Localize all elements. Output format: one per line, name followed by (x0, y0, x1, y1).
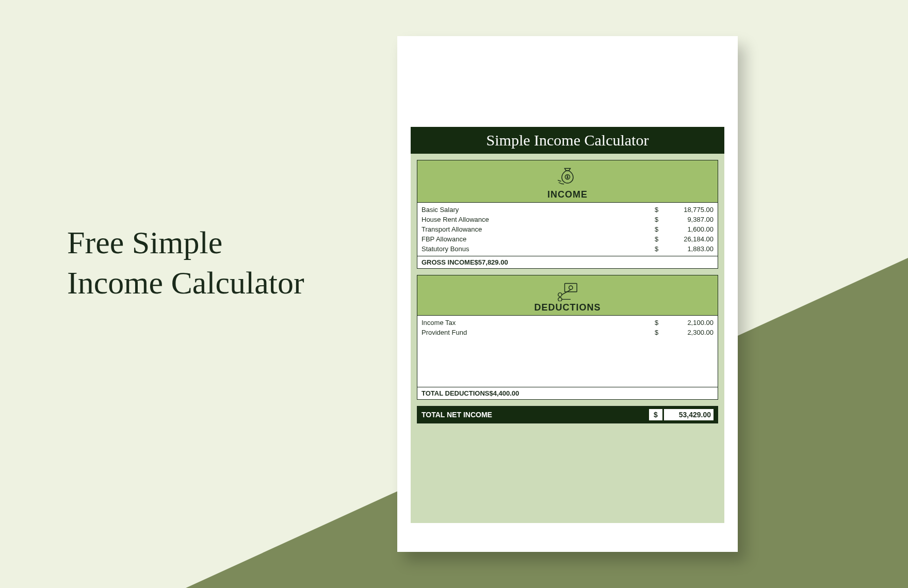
table-row: Transport Allowance$1,600.00 (417, 224, 718, 234)
row-value: 18,775.00 (666, 206, 714, 214)
row-label: Provident Fund (421, 329, 655, 336)
income-box: Basic Salary$18,775.00 House Rent Allowa… (417, 203, 718, 269)
sheet-title: Simple Income Calculator (411, 127, 724, 154)
table-row: Statutory Bonus$1,883.00 (417, 244, 718, 254)
deductions-section: DEDUCTIONS Income Tax$2,100.00 Provident… (417, 275, 718, 400)
total-value: 4,400.00 (493, 389, 520, 397)
row-value: 26,184.00 (666, 235, 714, 243)
title-line-1: Free Simple (67, 225, 222, 260)
svg-point-3 (558, 293, 562, 297)
row-currency: $ (655, 235, 666, 243)
row-currency: $ (655, 245, 666, 253)
deductions-header: DEDUCTIONS (417, 275, 718, 316)
deductions-rows: Income Tax$2,100.00 Provident Fund$2,300… (417, 316, 718, 387)
net-label: TOTAL NET INCOME (421, 411, 649, 419)
net-value: 53,429.00 (664, 409, 714, 420)
row-value: 1,883.00 (666, 245, 714, 253)
deductions-total: TOTAL DEDUCTIONS$4,400.00 (417, 387, 718, 399)
table-row: Basic Salary$18,775.00 (417, 205, 718, 215)
row-currency: $ (655, 329, 666, 336)
row-label: Statutory Bonus (421, 245, 655, 253)
scissors-money-icon (555, 281, 580, 301)
net-income-bar: TOTAL NET INCOME $ 53,429.00 (417, 406, 718, 423)
row-value: 1,600.00 (666, 225, 714, 233)
row-value: 9,387.00 (666, 216, 714, 223)
page-title: Free Simple Income Calculator (67, 223, 304, 303)
total-value: 57,829.00 (478, 258, 508, 266)
money-bag-icon (556, 166, 579, 188)
row-currency: $ (655, 206, 666, 214)
row-value: 2,100.00 (666, 319, 714, 326)
income-section: INCOME Basic Salary$18,775.00 House Rent… (417, 160, 718, 269)
row-label: Income Tax (421, 319, 655, 326)
row-label: House Rent Allowance (421, 216, 655, 223)
deductions-label: DEDUCTIONS (417, 302, 718, 313)
total-label: GROSS INCOME (421, 258, 475, 266)
table-row: Provident Fund$2,300.00 (417, 328, 718, 337)
row-label: FBP Allowance (421, 235, 655, 243)
total-currency: $ (489, 389, 493, 397)
total-currency: $ (475, 258, 478, 266)
row-label: Transport Allowance (421, 225, 655, 233)
income-total: GROSS INCOME$57,829.00 (417, 256, 718, 268)
row-currency: $ (655, 225, 666, 233)
svg-rect-1 (565, 283, 577, 291)
row-currency: $ (655, 216, 666, 223)
income-header: INCOME (417, 160, 718, 203)
table-row: Income Tax$2,100.00 (417, 318, 718, 328)
row-currency: $ (655, 319, 666, 326)
document-sheet: Simple Income Calculator INCOME Basic Sa… (397, 36, 738, 552)
deductions-box: Income Tax$2,100.00 Provident Fund$2,300… (417, 316, 718, 400)
calculator-panel: Simple Income Calculator INCOME Basic Sa… (411, 127, 724, 523)
table-row: House Rent Allowance$9,387.00 (417, 215, 718, 224)
row-label: Basic Salary (421, 206, 655, 214)
total-label: TOTAL DEDUCTIONS (421, 389, 489, 397)
svg-point-2 (569, 286, 573, 289)
net-currency: $ (649, 409, 662, 420)
income-rows: Basic Salary$18,775.00 House Rent Allowa… (417, 203, 718, 256)
table-row: FBP Allowance$26,184.00 (417, 234, 718, 244)
title-line-2: Income Calculator (67, 265, 304, 300)
svg-point-4 (558, 298, 562, 301)
row-value: 2,300.00 (666, 329, 714, 336)
income-label: INCOME (417, 189, 718, 200)
